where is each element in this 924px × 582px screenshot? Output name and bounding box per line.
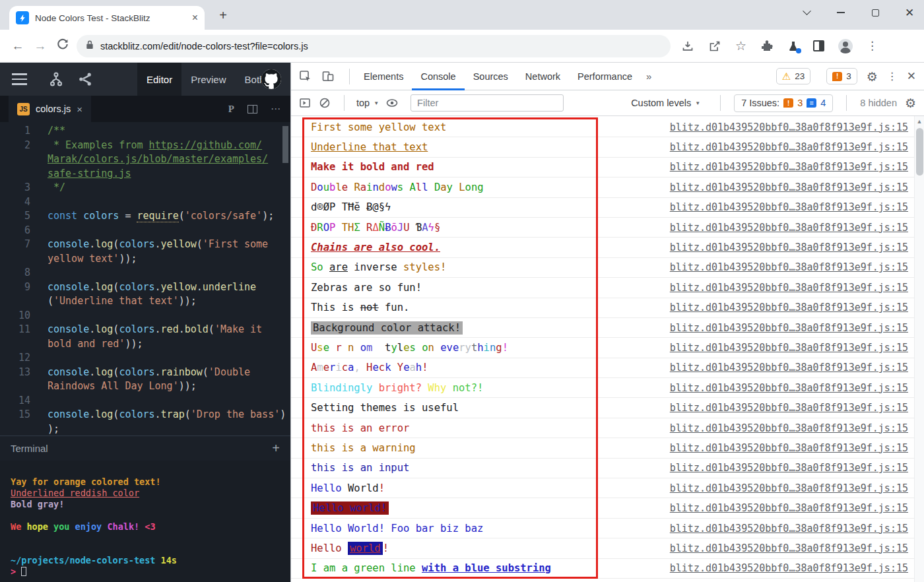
device-toolbar-icon[interactable] [321,70,335,83]
share-nodes-icon[interactable] [78,71,92,90]
code-text [30,394,53,408]
terminal-line [11,533,290,544]
code-line: 4 [0,195,290,210]
split-editor-icon[interactable] [248,105,257,113]
line-number [0,379,30,394]
devtools-tab-performance[interactable]: Performance [569,63,641,90]
clear-console-icon[interactable] [319,97,331,109]
line-number: 3 [0,181,30,195]
inspect-element-icon[interactable] [299,70,312,83]
file-tab-colors-js[interactable]: JS colors.js × [9,96,91,122]
tab-close-icon[interactable]: × [192,12,198,24]
source-link[interactable]: blitz.d01b439520bbf0…38a0f8f913e9f.js:15 [670,402,908,414]
source-link[interactable]: blitz.d01b439520bbf0…38a0f8f913e9f.js:15 [670,242,908,253]
scrollbar-thumb[interactable] [916,128,923,176]
console-rows: First some yellow textblitz.d01b439520bb… [291,116,914,582]
devtools-tab-network[interactable]: Network [517,63,569,90]
source-link[interactable]: blitz.d01b439520bbf0…38a0f8f913e9f.js:15 [670,523,908,534]
console-message: Hello World! [291,482,670,494]
devtools-close-icon[interactable]: ✕ [907,69,916,83]
console-sidebar-toggle-icon[interactable] [299,97,311,109]
menu-hamburger-icon[interactable] [12,73,27,84]
source-link[interactable]: blitz.d01b439520bbf0…38a0f8f913e9f.js:15 [670,141,908,153]
source-link[interactable]: blitz.d01b439520bbf0…38a0f8f913e9f.js:15 [670,482,908,494]
source-link[interactable]: blitz.d01b439520bbf0…38a0f8f913e9f.js:15 [670,201,908,213]
source-link[interactable]: blitz.d01b439520bbf0…38a0f8f913e9f.js:15 [670,181,908,193]
console-message: Underline that text [291,141,670,153]
view-tab-editor[interactable]: Editor [137,63,182,96]
address-bar[interactable]: stackblitz.com/edit/node-colors-test?fil… [77,35,671,57]
source-link[interactable]: blitz.d01b439520bbf0…38a0f8f913e9f.js:15 [670,282,908,294]
issues-badge[interactable]: ! 3 [826,68,857,84]
source-link[interactable]: blitz.d01b439520bbf0…38a0f8f913e9f.js:15 [670,322,908,334]
devtools-tab-console[interactable]: Console [412,63,464,90]
fork-icon[interactable] [49,71,63,90]
extensions-puzzle-icon[interactable] [760,40,774,53]
reload-icon[interactable] [51,38,74,53]
avatar[interactable] [838,39,853,53]
devtools-settings-gear-icon[interactable]: ⚙ [867,69,878,84]
browser-menu-icon[interactable]: ⋮ [867,39,878,53]
custom-levels-selector[interactable]: Custom levels ▼ [631,98,700,108]
code-editor[interactable]: 1/**2 * Examples from https://github.com… [0,122,290,436]
source-link[interactable]: blitz.d01b439520bbf0…38a0f8f913e9f.js:15 [670,562,908,574]
source-link[interactable]: blitz.d01b439520bbf0…38a0f8f913e9f.js:15 [670,462,908,474]
terminal-add-icon[interactable]: + [272,441,280,456]
source-link[interactable]: blitz.d01b439520bbf0…38a0f8f913e9f.js:15 [670,362,908,373]
hidden-messages-label[interactable]: 8 hidden [860,98,897,108]
scroll-up-arrow-icon[interactable]: ▲ [915,116,924,127]
console-row: Hello World! Foo bar biz bazblitz.d01b43… [291,519,914,538]
source-link[interactable]: blitz.d01b439520bbf0…38a0f8f913e9f.js:15 [670,222,908,234]
editor-scrollbar-thumb[interactable] [282,126,288,163]
bookmark-star-icon[interactable]: ☆ [735,38,746,53]
issue-message-icon: = [807,98,816,108]
github-icon[interactable] [261,69,281,89]
sidebar-panel-icon[interactable] [813,40,824,51]
terminal-output[interactable]: Yay for orange colored text!Underlined r… [0,461,290,582]
source-link[interactable]: blitz.d01b439520bbf0…38a0f8f913e9f.js:15 [670,161,908,173]
filter-input[interactable] [411,94,564,112]
back-icon[interactable]: ← [7,39,29,53]
share-icon[interactable] [708,40,721,53]
devtools-tab-sources[interactable]: Sources [465,63,517,90]
source-link[interactable]: blitz.d01b439520bbf0…38a0f8f913e9f.js:15 [670,302,908,313]
download-icon[interactable] [681,40,694,53]
source-link[interactable]: blitz.d01b439520bbf0…38a0f8f913e9f.js:15 [670,342,908,354]
source-link[interactable]: blitz.d01b439520bbf0…38a0f8f913e9f.js:15 [670,422,908,434]
devtools-tab-elements[interactable]: Elements [355,63,412,90]
warnings-badge[interactable]: ⚠ 23 [776,68,810,84]
devtools-tab-list: ElementsConsoleSourcesNetworkPerformance [355,63,641,90]
new-tab-button[interactable]: + [215,8,231,23]
live-expression-eye-icon[interactable] [385,97,399,109]
lock-icon [86,40,94,52]
source-link[interactable]: blitz.d01b439520bbf0…38a0f8f913e9f.js:15 [670,261,908,273]
line-number: 13 [0,366,30,380]
editor-more-icon[interactable]: ⋯ [271,103,281,115]
source-link[interactable]: blitz.d01b439520bbf0…38a0f8f913e9f.js:15 [670,502,908,514]
browser-tab[interactable]: Node Colors Test - StackBlitz × [9,6,205,30]
chevron-down-icon[interactable] [801,7,812,18]
beaker-icon[interactable] [787,40,799,52]
source-link[interactable]: blitz.d01b439520bbf0…38a0f8f913e9f.js:15 [670,382,908,394]
console-scrollbar[interactable]: ▲ [914,116,924,582]
code-line: 14 [0,394,290,408]
workspace: EditorPreviewBoth JS colors.js × P ⋯ [0,63,924,582]
source-link[interactable]: blitz.d01b439520bbf0…38a0f8f913e9f.js:15 [670,542,908,554]
code-line: 2 * Examples from https://github.com/ [0,139,290,153]
devtools-menu-icon[interactable]: ⋮ [887,70,898,82]
maximize-icon[interactable] [870,7,880,18]
minimize-icon[interactable] [836,7,846,18]
issues-button[interactable]: 7 Issues: ! 3 = 4 [734,94,833,112]
source-link[interactable]: blitz.d01b439520bbf0…38a0f8f913e9f.js:15 [670,442,908,454]
file-tab-close-icon[interactable]: × [77,104,82,115]
more-tabs-icon[interactable]: » [646,71,651,82]
code-line: 8 [0,266,290,280]
prettier-icon[interactable]: P [228,104,234,115]
source-link[interactable]: blitz.d01b439520bbf0…38a0f8f913e9f.js:15 [670,121,908,133]
console-row: Background color attack!blitz.d01b439520… [291,318,914,338]
view-tab-preview[interactable]: Preview [182,63,235,96]
close-icon[interactable]: ✕ [904,7,915,18]
console-settings-gear-icon[interactable]: ⚙ [905,96,916,110]
forward-icon[interactable]: → [29,39,51,53]
context-selector[interactable]: top ▼ [356,98,379,108]
